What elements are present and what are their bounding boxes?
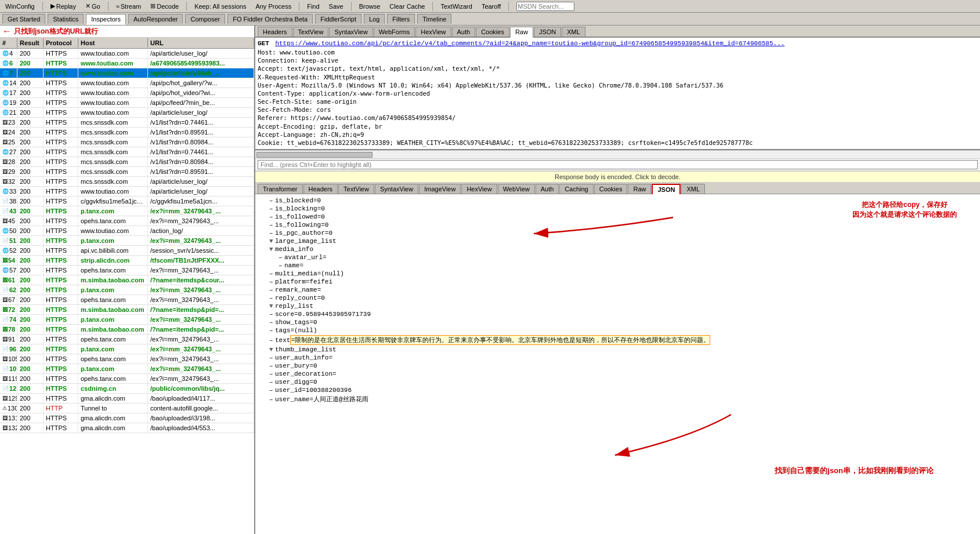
table-row[interactable]: 🌐 14 200 HTTPS www.toutiao.com /api/pc/h…	[0, 78, 254, 88]
tab-filters[interactable]: Filters	[387, 14, 415, 24]
resp-tab-xml[interactable]: XML	[681, 184, 705, 194]
decode-button[interactable]: ⊞ Decode	[147, 1, 182, 11]
req-tab-headers[interactable]: Headers	[258, 27, 292, 37]
resp-tab-raw[interactable]: Raw	[628, 184, 651, 194]
resp-tab-json[interactable]: JSON	[652, 184, 681, 194]
table-row[interactable]: ⚠ 130 200 HTTP Tunnel to content-autofil…	[0, 404, 254, 413]
hscroll-thumb[interactable]	[256, 152, 373, 158]
table-row[interactable]: 📄 62 200 HTTPS p.tanx.com /ex?i=mm_32479…	[0, 285, 254, 295]
table-row[interactable]: 🖼 61 200 HTTPS m.simba.taobao.com /?name…	[0, 275, 254, 285]
traffic-table-body[interactable]: 🌐 4 200 HTTPS www.toutiao.com /api/artic…	[0, 49, 254, 534]
tree-expand-arrow[interactable]: ▼	[269, 346, 275, 353]
save-button[interactable]: Save	[326, 2, 346, 11]
tab-log[interactable]: Log	[364, 14, 385, 24]
tab-composer[interactable]: Composer	[185, 14, 225, 24]
resp-tab-webview[interactable]: WebView	[498, 184, 535, 194]
table-row[interactable]: 📄 43 200 HTTPS p.tanx.com /ex?i=mm_32479…	[0, 206, 254, 216]
tab-get-started[interactable]: Get Started	[2, 14, 45, 24]
req-tab-json[interactable]: JSON	[534, 27, 561, 37]
table-row[interactable]: 🌐 50 200 HTTPS www.toutiao.com /action_l…	[0, 226, 254, 236]
table-row[interactable]: 📄 109 200 HTTPS p.tanx.com /ex?i=mm_3247…	[0, 364, 254, 374]
table-row[interactable]: 🌐 17 200 HTTPS www.toutiao.com /api/pc/h…	[0, 88, 254, 98]
winconfig-button[interactable]: WinConfig	[2, 2, 38, 11]
table-row[interactable]: 🌐 33 200 HTTPS www.toutiao.com /api/arti…	[0, 187, 254, 197]
table-row[interactable]: 🌐 7 200 HTTPS www.toutiao.com /api/pc/ar…	[0, 68, 254, 78]
req-tab-cookies[interactable]: Cookies	[476, 27, 509, 37]
resp-tab-transformer[interactable]: Transformer	[258, 184, 303, 194]
tree-expand-arrow[interactable]: ▼	[269, 238, 275, 245]
json-key: tags	[275, 327, 290, 334]
resp-tab-textview[interactable]: TextView	[338, 184, 374, 194]
req-tab-hexview[interactable]: HexView	[415, 27, 451, 37]
table-row[interactable]: 🌐 21 200 HTTPS www.toutiao.com /api/arti…	[0, 108, 254, 118]
replay-button[interactable]: ▶ Replay	[48, 1, 79, 11]
table-row[interactable]: 🖼 78 200 HTTPS m.simba.taobao.com /?name…	[0, 325, 254, 335]
table-row[interactable]: 📄 96 200 HTTPS p.tanx.com /ex?i=mm_32479…	[0, 344, 254, 354]
textwizard-button[interactable]: TextWizard	[437, 2, 475, 11]
req-tab-textview[interactable]: TextView	[293, 27, 329, 37]
table-row[interactable]: 📄 51 200 HTTPS p.tanx.com /ex?i=mm_32479…	[0, 236, 254, 246]
request-hscroll[interactable]	[255, 150, 980, 158]
table-row[interactable]: 🖼 67 200 HTTPS opehs.tanx.com /ex?i=mm_3…	[0, 295, 254, 305]
table-row[interactable]: 📄 125 200 HTTPS csdnimg.cn /public/commo…	[0, 384, 254, 394]
stream-button[interactable]: ≈ Stream	[113, 2, 144, 11]
resp-tab-headers[interactable]: Headers	[303, 184, 338, 194]
any-process-button[interactable]: Any Process	[252, 2, 294, 11]
table-row[interactable]: 🖼 131 200 HTTPS gma.alicdn.com /bao/uplo…	[0, 413, 254, 423]
table-row[interactable]: 🖼 132 200 HTTPS gma.alicdn.com /bao/uplo…	[0, 423, 254, 433]
table-row[interactable]: 🖼 54 200 HTTPS strip.alicdn.com /tfscom/…	[0, 256, 254, 266]
req-tab-raw[interactable]: Raw	[510, 27, 533, 38]
resp-tab-caching[interactable]: Caching	[559, 184, 593, 194]
go-button[interactable]: ✕ Go	[82, 1, 103, 11]
request-url[interactable]: https://www.toutiao.com/api/pc/article/v…	[275, 40, 784, 47]
find-input[interactable]	[258, 160, 978, 169]
find-button[interactable]: Find	[304, 2, 322, 11]
table-row[interactable]: 🖼 72 200 HTTPS m.simba.taobao.com /?name…	[0, 305, 254, 315]
tab-statistics[interactable]: Statistics	[48, 14, 84, 24]
keep-sessions-button[interactable]: Keep: All sessions	[191, 2, 249, 11]
resp-tab-syntaxview[interactable]: SyntaxView	[375, 184, 418, 194]
table-row[interactable]: 📄 74 200 HTTPS p.tanx.com /ex?i=mm_32479…	[0, 315, 254, 325]
table-row[interactable]: 🖼 45 200 HTTPS opehs.tanx.com /ex?i=mm_3…	[0, 216, 254, 226]
cell-protocol: HTTPS	[44, 246, 78, 255]
resp-tab-auth[interactable]: Auth	[536, 184, 559, 194]
json-tree-line: –is_following=0	[260, 221, 975, 229]
table-row[interactable]: 🖼 25 200 HTTPS mcs.snssdk.com /v1/list?r…	[0, 137, 254, 147]
tab-inspectors[interactable]: Inspectors	[86, 14, 126, 25]
resp-tab-cookies[interactable]: Cookies	[594, 184, 628, 194]
req-tab-webforms[interactable]: WebForms	[374, 27, 415, 37]
table-row[interactable]: 🌐 6 200 HTTPS www.toutiao.com /a67490658…	[0, 59, 254, 68]
tab-fiddler-script[interactable]: FiddlerScript	[315, 14, 361, 24]
table-row[interactable]: 🖼 129 200 HTTPS gma.alicdn.com /bao/uplo…	[0, 394, 254, 404]
json-tree[interactable]: –is_blocked=0–is_blocking=0–is_followed=…	[255, 194, 980, 534]
msdn-input[interactable]	[516, 2, 574, 11]
resp-tab-imageview[interactable]: ImageView	[419, 184, 461, 194]
tab-autoresponder[interactable]: AutoResponder	[128, 14, 183, 24]
table-row[interactable]: 🖼 24 200 HTTPS mcs.snssdk.com /v1/list?r…	[0, 128, 254, 137]
req-tab-syntaxview[interactable]: SyntaxView	[329, 27, 373, 37]
tab-timeline[interactable]: Timeline	[417, 14, 451, 24]
table-row[interactable]: 🖼 23 200 HTTPS mcs.snssdk.com /v1/list?r…	[0, 118, 254, 128]
table-row[interactable]: 📄 38 200 HTTPS c/ggvkfisu1me5a1jcn... /c…	[0, 197, 254, 206]
table-row[interactable]: 🌐 27 200 HTTPS mcs.snssdk.com /v1/list?r…	[0, 147, 254, 157]
table-row[interactable]: 🖼 32 200 HTTPS mcs.snssdk.com /api/artic…	[0, 177, 254, 187]
table-row[interactable]: 🌐 4 200 HTTPS www.toutiao.com /api/artic…	[0, 49, 254, 59]
table-row[interactable]: 🖼 29 200 HTTPS mcs.snssdk.com /v1/list?r…	[0, 167, 254, 177]
table-row[interactable]: 🖼 28 200 HTTPS mcs.snssdk.com /v1/list?r…	[0, 157, 254, 167]
tree-expand-arrow[interactable]: ▼	[269, 303, 275, 310]
table-row[interactable]: 🌐 52 200 HTTPS api.vc.bilibili.com /sess…	[0, 246, 254, 256]
req-tab-xml[interactable]: XML	[562, 27, 585, 37]
tearoff-button[interactable]: Tearoff	[479, 2, 504, 11]
tree-expand-arrow[interactable]: ▼	[269, 246, 275, 253]
msdn-search[interactable]	[513, 1, 577, 12]
table-row[interactable]: 🖼 119 200 HTTPS opehs.tanx.com /ex?i=mm_…	[0, 374, 254, 384]
browse-button[interactable]: Browse	[356, 2, 384, 11]
table-row[interactable]: 🌐 19 200 HTTPS www.toutiao.com /api/pc/f…	[0, 98, 254, 108]
table-row[interactable]: 🖼 105 200 HTTPS opehs.tanx.com /ex?i=mm_…	[0, 354, 254, 364]
table-row[interactable]: 🖼 91 200 HTTPS opehs.tanx.com /ex?i=mm_3…	[0, 335, 254, 344]
resp-tab-hexview[interactable]: HexView	[461, 184, 497, 194]
tab-fiddler-orchestra[interactable]: FO Fiddler Orchestra Beta	[227, 14, 313, 24]
req-tab-auth[interactable]: Auth	[452, 27, 476, 37]
clear-cache-button[interactable]: Clear Cache	[386, 2, 428, 11]
table-row[interactable]: 🌐 57 200 HTTPS opehs.tanx.com /ex?i=mm_3…	[0, 266, 254, 275]
